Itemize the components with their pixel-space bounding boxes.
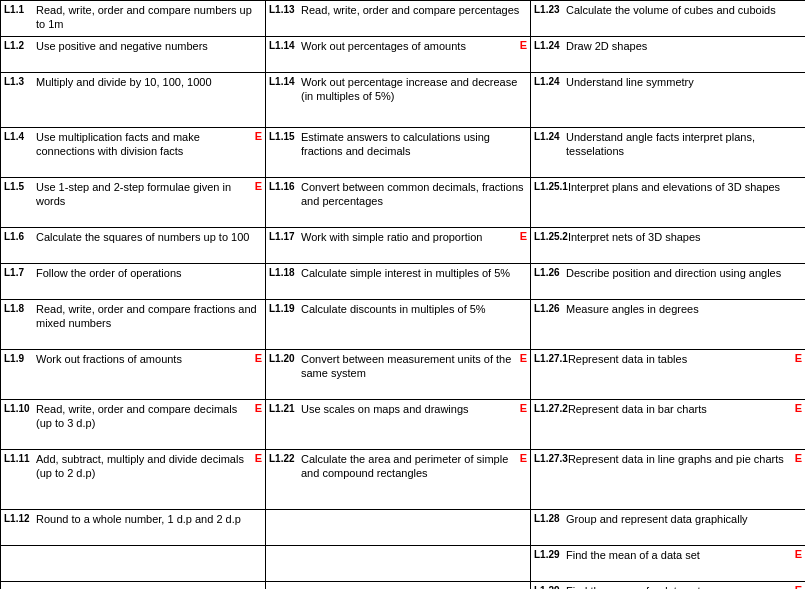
badge-e: E: [520, 230, 527, 242]
cell-id: L1.19: [269, 302, 301, 314]
cell-l1-8: L1.8 Read, write, order and compare frac…: [1, 300, 266, 350]
cell-l1-6: L1.6 Calculate the squares of numbers up…: [1, 228, 266, 264]
cell-id: L1.27.1: [534, 352, 568, 364]
cell-id: L1.28: [534, 512, 566, 524]
cell-text: Measure angles in degrees: [566, 302, 802, 316]
cell-id: [269, 548, 301, 549]
cell-text: Calculate simple interest in multiples o…: [301, 266, 527, 280]
cell-l1-26a: L1.26 Describe position and direction us…: [531, 264, 805, 300]
cell-l1-29a: L1.29 Find the mean of a data set E: [531, 546, 805, 582]
cell-l1-24b: L1.24 Understand line symmetry: [531, 73, 805, 128]
cell-l1-16: L1.16 Convert between common decimals, f…: [266, 178, 531, 228]
cell-l1-23: L1.23 Calculate the volume of cubes and …: [531, 1, 805, 37]
badge-e: E: [520, 402, 527, 414]
cell-empty-13-col1: [1, 546, 266, 582]
cell-id: L1.21: [269, 402, 301, 414]
cell-empty-13-col2: [266, 546, 531, 582]
cell-l1-10: L1.10 Read, write, order and compare dec…: [1, 400, 266, 450]
cell-id: L1.7: [4, 266, 36, 278]
cell-l1-12: L1.12 Round to a whole number, 1 d.p and…: [1, 510, 266, 546]
cell-l1-25-1: L1.25.1 Interpret plans and elevations o…: [531, 178, 805, 228]
badge-e: E: [520, 452, 527, 464]
cell-text: Read, write, order and compare fractions…: [36, 302, 262, 331]
badge-e: E: [255, 130, 262, 142]
cell-l1-1: L1.1 Read, write, order and compare numb…: [1, 1, 266, 37]
cell-id: L1.25.2: [534, 230, 568, 242]
cell-text: Convert between common decimals, fractio…: [301, 180, 527, 209]
cell-id: L1.5: [4, 180, 36, 192]
badge-e: E: [795, 352, 802, 364]
cell-text: Find the mean of a data set: [566, 548, 792, 562]
cell-id: L1.20: [269, 352, 301, 364]
cell-id: L1.14: [269, 39, 301, 51]
cell-l1-4: L1.4 Use multiplication facts and make c…: [1, 128, 266, 178]
cell-l1-14a: L1.14 Work out percentages of amounts E: [266, 37, 531, 73]
cell-text: Use positive and negative numbers: [36, 39, 262, 53]
cell-text: Round to a whole number, 1 d.p and 2 d.p: [36, 512, 262, 526]
cell-l1-5: L1.5 Use 1-step and 2-step formulae give…: [1, 178, 266, 228]
cell-text: Find the range of a data set: [566, 584, 792, 589]
cell-text: Calculate discounts in multiples of 5%: [301, 302, 527, 316]
cell-id: L1.3: [4, 75, 36, 87]
badge-e: E: [795, 402, 802, 414]
badge-e: E: [255, 180, 262, 192]
cell-id: L1.29: [534, 584, 566, 589]
badge-e: E: [255, 452, 262, 464]
cell-text: Group and represent data graphically: [566, 512, 802, 526]
cell-l1-9: L1.9 Work out fractions of amounts E: [1, 350, 266, 400]
badge-e: E: [795, 548, 802, 560]
cell-id: L1.12: [4, 512, 36, 524]
cell-id: L1.16: [269, 180, 301, 192]
cell-l1-28: L1.28 Group and represent data graphical…: [531, 510, 805, 546]
cell-l1-7: L1.7 Follow the order of operations: [1, 264, 266, 300]
badge-e: E: [255, 352, 262, 364]
badge-e: E: [795, 452, 802, 464]
badge-e: E: [255, 402, 262, 414]
cell-l1-20: L1.20 Convert between measurement units …: [266, 350, 531, 400]
cell-text: Use multiplication facts and make connec…: [36, 130, 252, 159]
cell-l1-25-2: L1.25.2 Interpret nets of 3D shapes: [531, 228, 805, 264]
cell-text: Work out percentage increase and decreas…: [301, 75, 527, 104]
cell-l1-11: L1.11 Add, subtract, multiply and divide…: [1, 450, 266, 510]
cell-id: [269, 584, 301, 585]
cell-empty-12-col2: [266, 510, 531, 546]
cell-text: Multiply and divide by 10, 100, 1000: [36, 75, 262, 89]
cell-l1-3: L1.3 Multiply and divide by 10, 100, 100…: [1, 73, 266, 128]
cell-l1-27-2: L1.27.2 Represent data in bar charts E: [531, 400, 805, 450]
cell-id: L1.24: [534, 130, 566, 142]
cell-id: L1.18: [269, 266, 301, 278]
cell-text: Understand line symmetry: [566, 75, 802, 89]
cell-text: Calculate the volume of cubes and cuboid…: [566, 3, 802, 17]
cell-text: Read, write, order and compare numbers u…: [36, 3, 262, 32]
cell-l1-17: L1.17 Work with simple ratio and proport…: [266, 228, 531, 264]
cell-id: L1.2: [4, 39, 36, 51]
cell-text: Use scales on maps and drawings: [301, 402, 517, 416]
cell-text: Convert between measurement units of the…: [301, 352, 517, 381]
cell-text: Work with simple ratio and proportion: [301, 230, 517, 244]
cell-l1-24c: L1.24 Understand angle facts interpret p…: [531, 128, 805, 178]
cell-text: Represent data in bar charts: [568, 402, 792, 416]
cell-l1-2: L1.2 Use positive and negative numbers: [1, 37, 266, 73]
cell-id: L1.26: [534, 302, 566, 314]
cell-text: Add, subtract, multiply and divide decim…: [36, 452, 252, 481]
cell-id: [4, 548, 36, 549]
cell-id: L1.15: [269, 130, 301, 142]
cell-l1-21: L1.21 Use scales on maps and drawings E: [266, 400, 531, 450]
cell-id: L1.24: [534, 39, 566, 51]
cell-l1-29b: L1.29 Find the range of a data set E: [531, 582, 805, 589]
cell-l1-24a: L1.24 Draw 2D shapes: [531, 37, 805, 73]
cell-id: L1.4: [4, 130, 36, 142]
badge-e: E: [795, 584, 802, 589]
cell-id: L1.17: [269, 230, 301, 242]
cell-id: L1.24: [534, 75, 566, 87]
cell-text: Calculate the squares of numbers up to 1…: [36, 230, 262, 244]
cell-id: [269, 512, 301, 513]
cell-text: Work out percentages of amounts: [301, 39, 517, 53]
cell-empty-14-col2: [266, 582, 531, 589]
cell-l1-13: L1.13 Read, write, order and compare per…: [266, 1, 531, 37]
cell-id: L1.11: [4, 452, 36, 464]
cell-l1-27-3: L1.27.3 Represent data in line graphs an…: [531, 450, 805, 510]
cell-id: L1.22: [269, 452, 301, 464]
cell-l1-19: L1.19 Calculate discounts in multiples o…: [266, 300, 531, 350]
cell-text: Follow the order of operations: [36, 266, 262, 280]
